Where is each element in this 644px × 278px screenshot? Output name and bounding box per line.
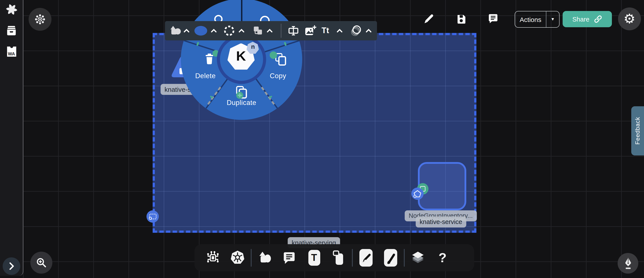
- shape-style-chevron[interactable]: [184, 29, 190, 33]
- app-logo[interactable]: [6, 3, 18, 15]
- zoom-in-magnifier-icon: [36, 257, 47, 268]
- replace-image-button[interactable]: [304, 25, 316, 36]
- pinwheel-logo-icon: [6, 3, 18, 15]
- kubernetes-tool[interactable]: [225, 250, 250, 265]
- chevron-right-icon: [9, 262, 14, 270]
- shadow-opacity-chevron[interactable]: [366, 29, 372, 33]
- radial-menu-hub: K n: [217, 35, 266, 84]
- fill-color-swatch[interactable]: [194, 26, 207, 36]
- resize-width-icon: [288, 25, 299, 36]
- node-badge-pentagon[interactable]: [411, 187, 424, 200]
- menu-item-duplicate-label[interactable]: Duplicate: [222, 99, 261, 107]
- group-squares-icon: [252, 25, 263, 36]
- comment-tool[interactable]: [277, 251, 302, 265]
- layers-tool[interactable]: [406, 250, 430, 265]
- image-add-icon: [304, 25, 316, 36]
- shapes-tool[interactable]: [252, 251, 277, 265]
- stroke-style-chevron[interactable]: [238, 29, 244, 33]
- toolbar-divider: [281, 24, 281, 38]
- radial-context-menu: Delete Copy Duplicate K: [181, 0, 302, 120]
- selection-settings-badge[interactable]: [146, 210, 159, 223]
- actions-button-label[interactable]: Actions: [515, 15, 546, 23]
- chevron-up-icon: [366, 29, 372, 33]
- card-note-tool[interactable]: [326, 250, 351, 266]
- gear-icon: ⚙: [624, 12, 636, 25]
- group-copy-chevron[interactable]: [266, 29, 273, 33]
- archive-library-item[interactable]: [6, 25, 17, 36]
- feedback-tab[interactable]: Feedback: [631, 106, 644, 155]
- menu-item-copy-label[interactable]: Copy: [260, 72, 296, 80]
- shapes-icon: [258, 251, 272, 265]
- shapes-icon: [169, 25, 181, 36]
- dashed-rect-icon: [148, 213, 157, 220]
- text-style-button[interactable]: Tt: [322, 26, 329, 35]
- chevron-up-icon: [238, 29, 244, 33]
- chevron-up-icon: [266, 29, 273, 33]
- context-toolbar: Tt: [165, 21, 377, 40]
- shape-style-button[interactable]: [169, 25, 181, 36]
- pen-nib-icon: [622, 257, 634, 270]
- pen-icon: [361, 251, 371, 265]
- menu-item-copy[interactable]: [272, 52, 292, 69]
- marker-pencil-icon: [385, 251, 396, 265]
- bottom-toolbar: T: [194, 244, 474, 272]
- edit-button[interactable]: [423, 14, 434, 25]
- toolbar-divider: [352, 249, 353, 267]
- settings-button[interactable]: ⚙: [618, 7, 641, 30]
- help-tool[interactable]: ?: [430, 250, 455, 265]
- pentagon-icon: [413, 189, 422, 198]
- webassembly-label: WA: [6, 51, 17, 56]
- label-knative-service: knative-service: [416, 217, 466, 228]
- archive-box-icon: [6, 25, 17, 36]
- pen-mode-button[interactable]: [618, 253, 638, 274]
- text-style-chevron[interactable]: [336, 29, 343, 33]
- connector-dashed-line: [208, 87, 221, 105]
- card-note-icon: [332, 250, 346, 266]
- cluster-button[interactable]: [28, 8, 52, 31]
- duplicate-icon: [234, 85, 248, 99]
- dashed-circle-icon: [224, 25, 235, 36]
- group-copy-button[interactable]: [252, 25, 263, 36]
- share-button-label[interactable]: Share: [572, 15, 589, 23]
- shadow-opacity-button[interactable]: [350, 25, 362, 37]
- link-icon: [594, 15, 602, 23]
- left-sidebar: WA: [0, 0, 23, 276]
- layers-icon: [410, 250, 425, 265]
- actions-button[interactable]: Actions ▾: [515, 11, 560, 28]
- actions-dropdown-arrow[interactable]: ▾: [546, 11, 559, 27]
- kubernetes-wheel-icon: [230, 250, 245, 265]
- text-tool[interactable]: T: [302, 250, 326, 266]
- zoom-button[interactable]: [30, 252, 52, 274]
- architecture-network-icon: [206, 251, 220, 265]
- chevron-up-icon: [336, 29, 343, 33]
- comments-button[interactable]: [488, 13, 499, 24]
- chevron-up-icon: [211, 29, 217, 33]
- stroke-style-button[interactable]: [224, 25, 235, 36]
- toolbar-divider: [251, 249, 252, 267]
- pencil-icon: [423, 14, 434, 25]
- comment-icon: [282, 251, 296, 265]
- fill-color-chevron[interactable]: [211, 29, 217, 33]
- resize-width-button[interactable]: [288, 25, 299, 36]
- node-cluster-flower-icon: [34, 13, 46, 25]
- architecture-tool[interactable]: [200, 251, 225, 265]
- share-button[interactable]: Share: [562, 11, 612, 27]
- menu-item-duplicate[interactable]: [234, 85, 250, 100]
- floppy-save-icon: [456, 14, 467, 25]
- expand-sidebar-button[interactable]: [3, 257, 20, 275]
- comment-icon: [488, 13, 499, 24]
- opacity-circles-icon: [350, 25, 362, 37]
- connector-dashed-line: [261, 87, 275, 105]
- text-tool-label: T: [311, 252, 317, 264]
- status-dot: [270, 51, 277, 59]
- feedback-tab-label[interactable]: Feedback: [634, 117, 641, 145]
- marker-tool[interactable]: [378, 249, 403, 267]
- pen-tool[interactable]: [354, 249, 378, 267]
- help-label: ?: [438, 250, 447, 265]
- chevron-up-icon: [184, 29, 190, 33]
- knative-logo-superscript: n: [250, 43, 256, 50]
- save-button[interactable]: [456, 14, 467, 25]
- diagram-canvas[interactable]: knative-s knative-serving NodeGroupInven…: [0, 0, 644, 278]
- webassembly-item[interactable]: WA: [6, 46, 17, 57]
- menu-item-delete-label[interactable]: Delete: [188, 72, 223, 80]
